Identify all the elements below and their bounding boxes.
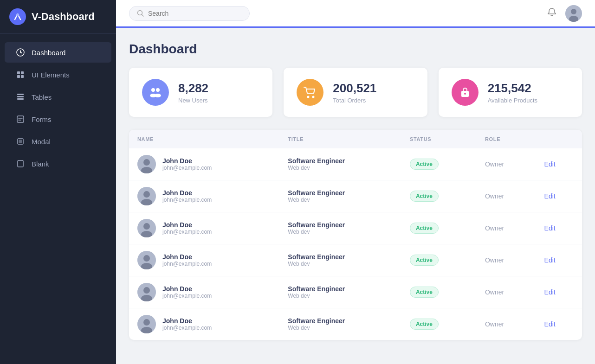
col-name: NAME (129, 130, 279, 148)
stat-card-users: 8,282 New Users (129, 68, 272, 117)
title-sub: Web dev (288, 197, 393, 203)
svg-rect-6 (21, 75, 24, 78)
user-title-cell: Software Engineer Web dev (279, 308, 401, 340)
search-icon (137, 10, 144, 17)
user-name: John Doe (162, 317, 212, 325)
user-title-cell: Software Engineer Web dev (279, 244, 401, 276)
role-text: Owner (485, 160, 504, 168)
edit-button[interactable]: Edit (544, 256, 556, 264)
user-avatar-cell (137, 187, 156, 205)
table-row: John Doe john@example.com Software Engin… (129, 308, 582, 340)
svg-rect-5 (17, 75, 20, 78)
user-avatar[interactable] (565, 5, 582, 22)
col-role: ROLE (477, 130, 536, 148)
user-name: John Doe (162, 189, 212, 197)
user-avatar-cell (137, 251, 156, 269)
svg-point-21 (151, 88, 155, 92)
notification-bell-icon[interactable] (547, 7, 557, 19)
user-avatar-cell (137, 283, 156, 301)
title-sub: Web dev (288, 165, 393, 171)
table-row: John Doe john@example.com Software Engin… (129, 244, 582, 276)
avatar-img (137, 251, 156, 269)
title-sub: Web dev (288, 325, 393, 331)
svg-rect-14 (19, 140, 22, 143)
user-email: john@example.com (162, 229, 212, 235)
edit-button[interactable]: Edit (544, 288, 556, 296)
user-title-cell: Software Engineer Web dev (279, 276, 401, 308)
role-cell: Owner (477, 148, 536, 180)
user-table: NAME TITLE STATUS ROLE (129, 130, 582, 340)
status-badge: Active (410, 191, 439, 202)
search-box[interactable] (129, 6, 250, 21)
stat-card-orders: 200,521 Total Orders (284, 68, 427, 117)
user-email: john@example.com (162, 165, 212, 171)
user-title-cell: Software Engineer Web dev (279, 212, 401, 244)
content-area: Dashboard 8,282 New Users (116, 28, 595, 364)
user-name: John Doe (162, 285, 212, 293)
action-cell[interactable]: Edit (536, 212, 582, 244)
svg-point-0 (9, 8, 26, 25)
edit-button[interactable]: Edit (544, 320, 556, 328)
role-text: Owner (485, 288, 504, 296)
edit-button[interactable]: Edit (544, 160, 556, 168)
user-cell: John Doe john@example.com (129, 276, 279, 308)
status-cell: Active (401, 308, 477, 340)
user-title-cell: Software Engineer Web dev (279, 180, 401, 212)
action-cell[interactable]: Edit (536, 148, 582, 180)
user-cell: John Doe john@example.com (129, 148, 279, 180)
edit-button[interactable]: Edit (544, 224, 556, 232)
role-cell: Owner (477, 276, 536, 308)
header-right (547, 5, 582, 22)
user-avatar-cell (137, 219, 156, 237)
svg-point-36 (143, 223, 150, 230)
user-cell: John Doe john@example.com (129, 244, 279, 276)
forms-icon (16, 115, 25, 124)
sidebar-item-tables[interactable]: Tables (5, 87, 111, 107)
title-main: Software Engineer (288, 317, 393, 325)
action-cell[interactable]: Edit (536, 276, 582, 308)
user-cell: John Doe john@example.com (129, 212, 279, 244)
sidebar-item-blank[interactable]: Blank (5, 153, 111, 174)
sidebar-item-forms[interactable]: Forms (5, 109, 111, 129)
col-status: STATUS (401, 130, 477, 148)
status-badge: Active (410, 223, 439, 234)
user-email: john@example.com (162, 325, 212, 331)
stat-label-orders: Total Orders (333, 97, 376, 104)
sidebar-item-label: Dashboard (32, 49, 65, 57)
search-input[interactable] (148, 10, 232, 17)
action-cell[interactable]: Edit (536, 308, 582, 340)
role-text: Owner (485, 224, 504, 232)
modal-icon (16, 137, 25, 146)
action-cell[interactable]: Edit (536, 180, 582, 212)
table-row: John Doe john@example.com Software Engin… (129, 148, 582, 180)
sidebar-item-modal[interactable]: Modal (5, 131, 111, 152)
avatar-img (137, 315, 156, 333)
svg-rect-4 (21, 71, 24, 74)
user-info: John Doe john@example.com (162, 285, 212, 299)
sidebar-item-ui-elements[interactable]: UI Elements (5, 64, 111, 85)
svg-point-42 (143, 287, 150, 294)
table-body: John Doe john@example.com Software Engin… (129, 148, 582, 340)
status-badge: Active (410, 255, 439, 266)
svg-point-33 (143, 191, 150, 198)
status-badge: Active (410, 287, 439, 298)
svg-rect-15 (18, 160, 23, 167)
svg-point-45 (143, 319, 150, 326)
title-main: Software Engineer (288, 253, 393, 261)
user-email: john@example.com (162, 261, 212, 267)
title-main: Software Engineer (288, 157, 393, 165)
role-cell: Owner (477, 212, 536, 244)
edit-button[interactable]: Edit (544, 192, 556, 200)
role-text: Owner (485, 192, 504, 200)
title-sub: Web dev (288, 229, 393, 235)
avatar-img (137, 283, 156, 301)
stat-text-orders: 200,521 Total Orders (333, 81, 376, 104)
stat-cards: 8,282 New Users 200,521 Total Orders (129, 68, 582, 117)
stat-label-products: Available Products (488, 97, 537, 104)
action-cell[interactable]: Edit (536, 244, 582, 276)
sidebar-item-dashboard[interactable]: Dashboard (5, 42, 111, 63)
logo-text: V-Dashboard (32, 11, 95, 23)
title-main: Software Engineer (288, 285, 393, 293)
svg-rect-3 (17, 71, 20, 74)
avatar-img (137, 187, 156, 205)
